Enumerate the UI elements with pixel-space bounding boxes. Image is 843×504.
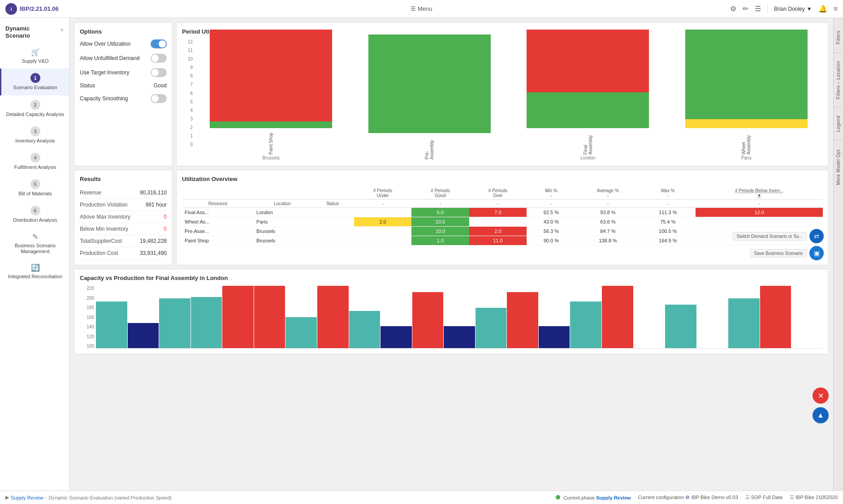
app-logo[interactable]: i IBP/2.21.01.06: [5, 3, 59, 15]
bottom-y-220: 220: [86, 286, 94, 291]
model-opt-label[interactable]: More Model Opt.: [836, 145, 841, 189]
bike-icon: ☰: [790, 495, 795, 500]
col-min: Min %-: [527, 187, 575, 200]
more-icon[interactable]: ≡: [834, 5, 838, 13]
close-button[interactable]: ✕: [813, 388, 829, 404]
above-max-label: Above Max Inventory: [80, 214, 130, 220]
table-row: Wheel As... Paris 2.0 10.0 43.0 % 63.6 %…: [182, 217, 823, 227]
bottom-y-axis: 100 120 140 160 180 200 220: [80, 286, 94, 349]
settings-icon[interactable]: ⚙: [730, 4, 736, 13]
bar-paint-green: [210, 121, 332, 128]
sidebar-item-inventory[interactable]: 3 Inventory Analysis: [0, 122, 69, 148]
breadcrumb-supply-review[interactable]: Supply Review: [11, 495, 43, 500]
bar-pre: [368, 34, 491, 133]
y-label-7: 7: [190, 82, 193, 87]
user-menu[interactable]: Brian Dooley ▼: [774, 6, 812, 12]
cell-avg-2: 63.6 %: [576, 217, 640, 227]
filter-location-label[interactable]: Filters – Location: [836, 57, 841, 103]
bike-value: IBP Bike 21052020: [795, 495, 838, 500]
target-inventory-toggle[interactable]: [151, 68, 167, 77]
config-icon: ⚙: [685, 495, 691, 500]
sidebar-item-distribution-label: Distribution Analysis: [13, 217, 57, 223]
unfulfilled-toggle[interactable]: [151, 54, 167, 63]
over-utilization-toggle[interactable]: [151, 39, 167, 48]
smoothing-toggle[interactable]: [151, 94, 167, 103]
bottom-y-120: 120: [86, 334, 94, 339]
results-panel: Results Revenue 90,316,110 Production Vi…: [74, 170, 173, 265]
legend-label[interactable]: Legend: [836, 112, 841, 135]
util-actions: Switch Demand Scenario or Su... ⇄ Save B…: [733, 229, 824, 260]
y-label-3: 3: [190, 116, 193, 121]
current-phase-label: Current phase Supply Review: [556, 495, 631, 500]
breadcrumb-current: Dynamic Scenario Evaluation (varied Prod…: [48, 495, 172, 500]
below-min-label: Below Min Inventory: [80, 226, 128, 232]
sidebar-item-capacity-label: Detailed Capacity Analysis: [6, 112, 65, 117]
current-config-label: Current configuration ⚙ IBP Bike Demo v0…: [638, 495, 738, 500]
bottom-y-180: 180: [86, 305, 94, 310]
sidebar-title: DynamicScenario: [5, 25, 30, 39]
table-row: Final Ass... London 5.0 7.0 62.5 % 93.8 …: [182, 208, 823, 217]
sidebar-item-supply[interactable]: 🛒 Supply V&O: [0, 43, 69, 69]
smoothing-label: Capacity Smoothing: [80, 95, 128, 102]
cell-location-3: Brussels: [254, 227, 311, 236]
sidebar-item-fulfillment[interactable]: 4 Fulfillment Analysis: [0, 148, 69, 175]
utilization-table: # PeriodsUnder # PeriodsGood # PeriodsOv…: [182, 187, 823, 246]
menu-button[interactable]: ☰ Menu: [411, 5, 432, 12]
top-row: Options Allow Over Utilization Allow Unf…: [74, 22, 829, 166]
breadcrumb: ▶ Supply Review › Dynamic Scenario Evalu…: [5, 495, 172, 500]
bar-group-paint: Paint Shop Brussels: [195, 30, 348, 160]
sidebar-collapse-icon[interactable]: «: [60, 26, 64, 33]
bar-paint: [210, 30, 332, 128]
sidebar-header: DynamicScenario «: [0, 22, 69, 41]
option-row-smoothing: Capacity Smoothing: [80, 94, 167, 103]
prod-cost-value: 33,931,490: [140, 250, 167, 256]
result-supplier-cost: TotalSupplierCost 19,482,228: [80, 235, 167, 247]
col-resource: [182, 187, 254, 200]
sidebar-item-reconciliation[interactable]: 🔄 Integrated Reconciliation: [0, 259, 69, 284]
sidebar-item-inventory-num: 3: [30, 126, 40, 136]
bar-pre-green: [368, 34, 491, 133]
y-axis: 0 1 2 3 4 5 6 7 8 9 10 11 12: [182, 39, 193, 147]
cell-over-2: [469, 217, 527, 227]
float-actions: ✕ ▲: [813, 388, 829, 423]
breadcrumb-sep: ›: [45, 495, 47, 500]
sidebar-item-business-label: Business Scenario Management: [5, 243, 65, 254]
sub-location: Location: [254, 200, 311, 208]
sidebar-item-business[interactable]: ✎ Business Scenario Management: [0, 228, 69, 259]
bottom-bar: [285, 317, 317, 349]
cell-avg-3: 84.7 %: [576, 227, 640, 236]
switch-demand-button[interactable]: ⇄: [809, 229, 824, 243]
prod-violation-label: Production Violation: [80, 202, 128, 208]
cell-below-2: [696, 217, 823, 227]
above-max-value: 0: [164, 214, 167, 220]
breadcrumb-arrow: ▶: [5, 495, 9, 500]
results-title: Results: [80, 176, 167, 182]
sidebar-item-distribution[interactable]: 6 Distribution Analysis: [0, 201, 69, 228]
period-utilization-panel: Period Utilization Type 0 1 2 3 4 5 6 7 …: [176, 22, 829, 166]
sub-status: Status: [311, 200, 354, 208]
list-icon[interactable]: ☰: [755, 4, 761, 13]
filter-label[interactable]: Filters: [836, 27, 841, 48]
prod-cost-label: Production Cost: [80, 250, 118, 256]
y-label-11: 11: [188, 48, 193, 53]
phase-value: Supply Review: [596, 495, 631, 500]
sidebar-item-capacity[interactable]: 2 Detailed Capacity Analysis: [0, 95, 69, 122]
options-panel: Options Allow Over Utilization Allow Unf…: [74, 22, 173, 166]
cell-max-3: 100.5 %: [640, 227, 696, 236]
topbar-right: ⚙ ✏ ☰ Brian Dooley ▼ 🔔 ≡: [730, 4, 838, 13]
sidebar-item-supply-label: Supply V&O: [22, 58, 49, 64]
sidebar-item-bom[interactable]: 5 Bill of Materials: [0, 175, 69, 201]
y-label-0: 0: [190, 142, 193, 147]
cell-under-1: [354, 208, 411, 217]
edit-icon[interactable]: ✏: [743, 4, 748, 13]
result-revenue: Revenue 90,316,110: [80, 187, 167, 199]
notification-icon[interactable]: 🔔: [818, 4, 827, 13]
phase-dot: [556, 495, 560, 500]
utilization-panel: Utilization Overview # PeriodsUnder # Pe…: [176, 170, 829, 265]
save-scenario-button[interactable]: ▣: [809, 246, 824, 260]
bottom-bar: [159, 298, 190, 348]
sidebar-item-scenario[interactable]: 1 Scenario Evaluation: [0, 69, 69, 95]
bottom-bars: [96, 286, 823, 349]
navigate-button[interactable]: ▲: [813, 407, 829, 423]
cell-min-4: 90.0 %: [527, 236, 575, 246]
